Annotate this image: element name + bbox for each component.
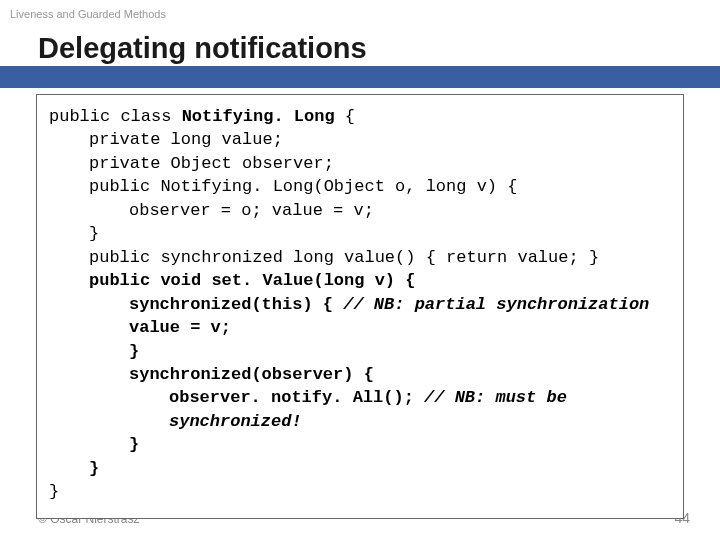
code-line: } [49,457,671,480]
code-line: public void set. Value(long v) { [49,269,671,292]
code-text: { [335,107,355,126]
code-text: observer. notify. All(); [169,388,424,407]
code-text: public class [49,107,182,126]
code-line: observer. notify. All(); // NB: must be … [49,386,671,433]
code-line: public Notifying. Long(Object o, long v)… [49,175,671,198]
code-line: private Object observer; [49,152,671,175]
code-line: private long value; [49,128,671,151]
code-line: observer = o; value = v; [49,199,671,222]
code-line: synchronized(observer) { [49,363,671,386]
code-line: value = v; [49,316,671,339]
code-line: synchronized(this) { // NB: partial sync… [49,293,671,316]
breadcrumb: Liveness and Guarded Methods [0,0,720,24]
code-line: } [49,433,671,456]
code-text: Notifying. Long [182,107,335,126]
code-line: public synchronized long value() { retur… [49,246,671,269]
page-title: Delegating notifications [0,28,720,65]
code-comment: // NB: partial synchronization [343,295,649,314]
code-line: } [49,340,671,363]
code-text: synchronized(this) { [129,295,343,314]
code-block: public class Notifying. Long { private l… [36,94,684,519]
code-line: } [49,222,671,245]
code-line: public class Notifying. Long { [49,105,671,128]
title-stripe [0,66,720,88]
code-line: } [49,480,671,503]
title-band: Delegating notifications [0,28,720,98]
